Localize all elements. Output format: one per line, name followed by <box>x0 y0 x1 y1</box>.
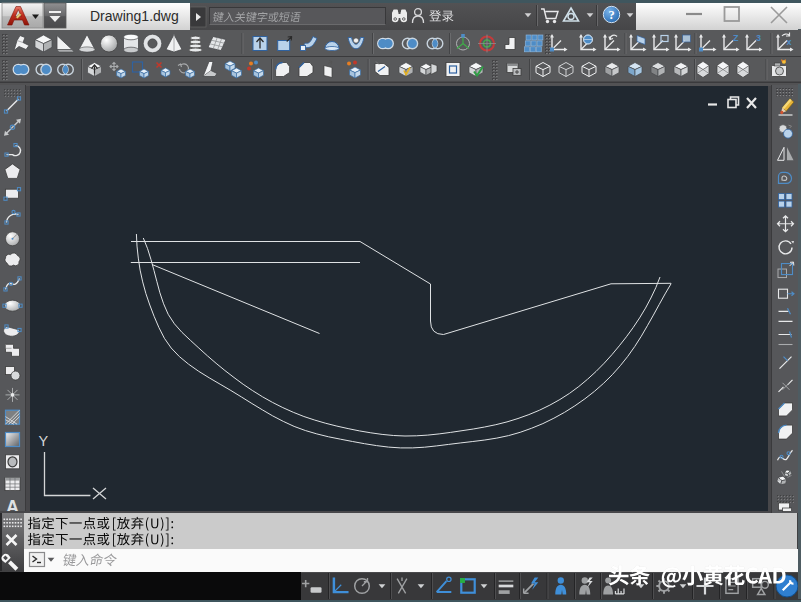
svg-text:Z: Z <box>733 32 739 42</box>
svg-text:Y: Y <box>39 433 49 449</box>
svg-text:x: x <box>787 36 792 46</box>
svg-text:3: 3 <box>756 32 761 42</box>
svg-text:A: A <box>6 497 19 511</box>
